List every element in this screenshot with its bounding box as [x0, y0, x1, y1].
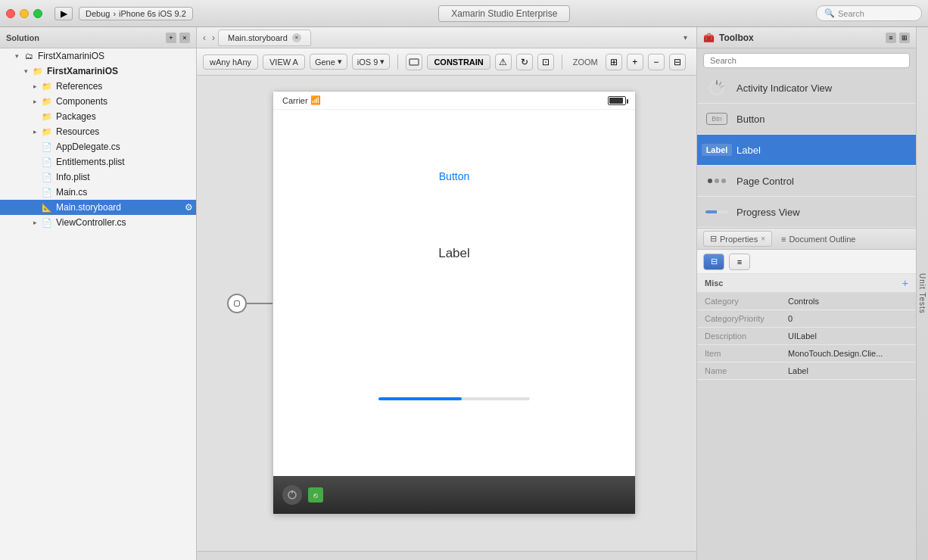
entry-icon: [234, 300, 240, 306]
toolbox-item-activity[interactable]: Activity Indicator View: [697, 73, 916, 104]
props-row-name: Name Label: [697, 362, 916, 380]
sidebar-item-packages[interactable]: 📁 Packages: [0, 109, 196, 124]
svg-line-7: [720, 82, 721, 86]
debug-scheme[interactable]: Debug › iPhone 6s iOS 9.2: [79, 7, 193, 20]
search-icon: 🔍: [824, 8, 835, 18]
page-control-icon: [705, 172, 729, 190]
file-icon: 📄: [41, 141, 53, 153]
window-controls: [6, 9, 42, 18]
toolbox-item-label[interactable]: Label Label: [697, 135, 916, 166]
design-toolbar: wAny hAny VIEW A Gene ▾ iOS 9 ▾ CONSTRAI…: [197, 48, 696, 76]
props-label-categorypriority: CategoryPriority: [705, 314, 788, 323]
sidebar-item-mainstoryboard[interactable]: 📐 Main.storyboard ⚙: [0, 200, 196, 215]
tab-forward[interactable]: ›: [209, 33, 218, 43]
os-select[interactable]: iOS 9 ▾: [352, 54, 391, 70]
tab-close-button[interactable]: ×: [292, 33, 301, 42]
properties-header: ⊟ Properties × ≡ Document Outline: [697, 229, 916, 250]
constrain-button[interactable]: CONSTRAIN: [427, 54, 490, 70]
sidebar-item-resources[interactable]: 📁 Resources: [0, 124, 196, 139]
sidebar-header: Solution + ×: [0, 27, 196, 48]
sidebar-item-viewcontroller[interactable]: 📄 ViewController.cs: [0, 215, 196, 230]
activity-indicator-icon: [705, 79, 729, 97]
orientation-label: Gene: [315, 58, 335, 67]
minimize-button[interactable]: [20, 9, 29, 18]
sidebar-item-entitlements[interactable]: 📄 Entitlements.plist: [0, 154, 196, 170]
tab-label: Main.storyboard: [228, 33, 288, 42]
info-label: Info.plist: [56, 172, 90, 182]
canvas-area[interactable]: Carrier 📶 Button Label: [197, 76, 696, 551]
toolbox-panel: 🧰 Toolbox ≡ ⊞: [697, 27, 916, 229]
sidebar-item-project[interactable]: 📁 FirstXamariniOS: [0, 64, 196, 79]
toolbox-label: Toolbox: [719, 33, 754, 43]
resolve-btn[interactable]: ↻: [516, 54, 533, 70]
label-element[interactable]: Label: [438, 246, 470, 261]
progress-toolbox-icon: [705, 203, 729, 221]
props-toolbar-btn-2[interactable]: ≡: [729, 254, 750, 270]
search-placeholder: Search: [838, 9, 864, 18]
embed-btn[interactable]: ⊡: [537, 54, 554, 70]
sidebar-item-appdelegate[interactable]: 📄 AppDelegate.cs: [0, 139, 196, 154]
titlebar: ▶ Debug › iPhone 6s iOS 9.2 Xamarin Stud…: [0, 0, 928, 27]
view-as-btn[interactable]: VIEW A: [263, 54, 305, 70]
toolbox-search-input[interactable]: [703, 53, 910, 68]
view-as-label: VIEW A: [269, 58, 298, 67]
os-label: iOS 9: [357, 58, 378, 67]
props-label-name: Name: [705, 366, 788, 375]
button-element[interactable]: Button: [439, 170, 469, 182]
run-button[interactable]: ▶: [54, 7, 73, 20]
toolbox-item-button[interactable]: Btn Button: [697, 104, 916, 135]
solution-label: FirstXamariniOS: [38, 51, 104, 61]
sidebar: Solution + × 🗂 FirstXamariniOS 📁 FirstXa…: [0, 27, 197, 560]
zoom-fit-btn[interactable]: ⊞: [606, 54, 622, 70]
global-search[interactable]: 🔍 Search: [816, 5, 922, 21]
toolbox-icon-list[interactable]: ≡: [886, 33, 896, 43]
zoom-label: ZOOM: [570, 58, 601, 67]
sidebar-item-maics[interactable]: 📄 Main.cs: [0, 185, 196, 200]
section-add-btn[interactable]: +: [902, 277, 908, 289]
button-label: Button: [736, 114, 765, 125]
zoom-in-btn[interactable]: +: [627, 54, 643, 70]
props-toolbar-btn-1[interactable]: ⊟: [703, 254, 724, 270]
tab-dropdown[interactable]: ▾: [677, 33, 693, 42]
toolbox-search-area: [697, 48, 916, 73]
orientation-select[interactable]: Gene ▾: [310, 54, 347, 70]
issue-icon-btn[interactable]: ⚠: [495, 54, 512, 70]
props-tab-x[interactable]: ×: [761, 235, 765, 243]
tab-back[interactable]: ‹: [200, 33, 209, 43]
properties-tab[interactable]: ⊟ Properties ×: [703, 231, 772, 247]
toolbox-item-progressview[interactable]: Progress View: [697, 197, 916, 228]
props-value-item: MonoTouch.Design.Clie...: [788, 349, 908, 358]
close-button[interactable]: [6, 9, 15, 18]
props-row-category: Category Controls: [697, 293, 916, 310]
sidebar-item-solution[interactable]: 🗂 FirstXamariniOS: [0, 48, 196, 64]
sidebar-item-info[interactable]: 📄 Info.plist: [0, 170, 196, 185]
toggle-btn[interactable]: [406, 54, 422, 70]
editor-area: ‹ › Main.storyboard × ▾ wAny hAny VIEW A…: [197, 27, 696, 560]
gear-icon[interactable]: ⚙: [185, 202, 193, 213]
toolbox-item-pagecontrol[interactable]: Page Control: [697, 166, 916, 197]
sidebar-item-components[interactable]: 📁 Components: [0, 94, 196, 109]
exit-icon: ⎋: [313, 491, 318, 499]
tab-mainstoryboard[interactable]: Main.storyboard ×: [218, 30, 311, 46]
folder-icon: 📁: [41, 126, 53, 138]
horizontal-scrollbar[interactable]: [197, 551, 696, 560]
progress-fill: [378, 397, 462, 400]
appdelegate-label: AppDelegate.cs: [56, 142, 120, 152]
zoom-out-btn[interactable]: −: [648, 54, 665, 70]
sidebar-icon-1[interactable]: +: [166, 33, 176, 43]
toolbox-list: Activity Indicator View Btn Button Label: [697, 73, 916, 228]
props-value-description: UILabel: [788, 331, 908, 341]
size-class-selector[interactable]: wAny hAny: [203, 54, 258, 70]
page-dot-1: [708, 179, 712, 183]
zoom-custom-btn[interactable]: ⊟: [669, 54, 686, 70]
doc-outline-tab[interactable]: ≡ Document Outline: [775, 232, 861, 246]
battery-icon: [608, 96, 626, 105]
maximize-button[interactable]: [33, 9, 42, 18]
toolbox-icon-grid[interactable]: ⊞: [899, 33, 910, 43]
page-dots: [708, 179, 726, 183]
sidebar-item-references[interactable]: 📁 References: [0, 79, 196, 94]
label-label: Label: [736, 145, 761, 156]
sidebar-icon-2[interactable]: ×: [179, 33, 190, 43]
unit-tests-tab[interactable]: Unit Tests: [916, 27, 928, 560]
viewcontroller-label: ViewController.cs: [56, 217, 126, 228]
